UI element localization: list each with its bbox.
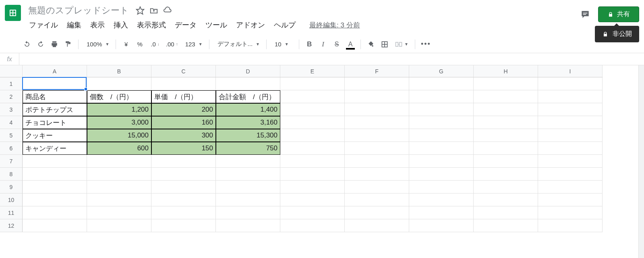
cell-B6[interactable]: 600 xyxy=(87,142,151,155)
cell[interactable] xyxy=(280,181,345,194)
menu-view[interactable]: 表示 xyxy=(87,19,108,31)
cell-I1[interactable] xyxy=(538,77,603,90)
font-dropdown[interactable]: デフォルト...▼ xyxy=(213,40,262,48)
cell-B2[interactable]: 個数 /（円） xyxy=(87,90,151,103)
col-header-D[interactable]: D xyxy=(216,65,280,77)
cell[interactable] xyxy=(23,168,87,181)
strikethrough-button[interactable]: S xyxy=(331,38,343,50)
cell[interactable] xyxy=(409,155,474,168)
cell-G5[interactable] xyxy=(409,129,474,142)
cell-C5[interactable]: 300 xyxy=(151,129,216,142)
cell-B5[interactable]: 15,000 xyxy=(87,129,151,142)
cell-A2[interactable]: 商品名 xyxy=(23,90,87,103)
move-icon[interactable] xyxy=(149,6,159,15)
cell-D3[interactable]: 1,400 xyxy=(216,103,280,116)
cell[interactable] xyxy=(23,206,87,219)
cell[interactable] xyxy=(538,168,603,181)
cell[interactable] xyxy=(151,194,216,206)
menu-insert[interactable]: 挿入 xyxy=(110,19,131,31)
cell-E5[interactable] xyxy=(280,129,345,142)
menu-file[interactable]: ファイル xyxy=(26,19,61,31)
col-header-E[interactable]: E xyxy=(280,65,345,77)
formula-input[interactable] xyxy=(19,53,644,65)
cell[interactable] xyxy=(538,155,603,168)
vertical-scrollbar[interactable] xyxy=(638,65,644,258)
cell[interactable] xyxy=(280,168,345,181)
cell[interactable] xyxy=(87,219,151,232)
cell-I3[interactable] xyxy=(538,103,603,116)
cell[interactable] xyxy=(216,194,280,206)
decrease-decimal-button[interactable]: .0↓ xyxy=(147,38,161,50)
cell[interactable] xyxy=(23,155,87,168)
cell[interactable] xyxy=(151,219,216,232)
cell[interactable] xyxy=(23,194,87,206)
cell-C1[interactable] xyxy=(151,77,216,90)
cell-D1[interactable] xyxy=(216,77,280,90)
cell-I2[interactable] xyxy=(538,90,603,103)
cell-C6[interactable]: 150 xyxy=(151,142,216,155)
cell[interactable] xyxy=(409,219,474,232)
menu-addons[interactable]: アドオン xyxy=(233,19,268,31)
cell-A1[interactable] xyxy=(23,77,87,90)
cell[interactable] xyxy=(151,206,216,219)
col-header-H[interactable]: H xyxy=(474,65,538,77)
cell[interactable] xyxy=(345,168,409,181)
cell-H5[interactable] xyxy=(474,129,538,142)
cell-D6[interactable]: 750 xyxy=(216,142,280,155)
share-button[interactable]: 共有 xyxy=(598,6,639,22)
cell-G6[interactable] xyxy=(409,142,474,155)
col-header-A[interactable]: A xyxy=(23,65,87,77)
cell[interactable] xyxy=(538,194,603,206)
cell-B1[interactable] xyxy=(87,77,151,90)
percent-button[interactable]: % xyxy=(134,38,146,50)
cell-G2[interactable] xyxy=(409,90,474,103)
row-header[interactable]: 4 xyxy=(0,116,23,129)
row-header[interactable]: 7 xyxy=(0,155,23,168)
star-icon[interactable] xyxy=(135,6,145,15)
fill-color-button[interactable] xyxy=(365,38,377,50)
cell[interactable] xyxy=(345,206,409,219)
cell-A6[interactable]: キャンディー xyxy=(23,142,87,155)
cell-A4[interactable]: チョコレート xyxy=(23,116,87,129)
cells-area[interactable]: 商品名 個数 /（円） 単価 /（円） 合計金額 /（円） ポテトチップス 1,… xyxy=(23,77,603,232)
cell[interactable] xyxy=(87,206,151,219)
cell[interactable] xyxy=(216,155,280,168)
cell-B3[interactable]: 1,200 xyxy=(87,103,151,116)
print-button[interactable] xyxy=(48,38,60,50)
cell-F2[interactable] xyxy=(345,90,409,103)
cell[interactable] xyxy=(151,181,216,194)
more-button[interactable]: ••• xyxy=(419,38,433,50)
cell[interactable] xyxy=(151,155,216,168)
row-header[interactable]: 12 xyxy=(0,219,23,232)
row-header[interactable]: 5 xyxy=(0,129,23,142)
menu-edit[interactable]: 編集 xyxy=(64,19,85,31)
row-header[interactable]: 2 xyxy=(0,90,23,103)
number-format-dropdown[interactable]: 123▼ xyxy=(181,41,205,48)
sheets-logo[interactable] xyxy=(5,5,21,21)
cell[interactable] xyxy=(474,181,538,194)
cell-E3[interactable] xyxy=(280,103,345,116)
cell-E4[interactable] xyxy=(280,116,345,129)
cell[interactable] xyxy=(87,168,151,181)
cell[interactable] xyxy=(216,219,280,232)
cell-F6[interactable] xyxy=(345,142,409,155)
cell-B4[interactable]: 3,000 xyxy=(87,116,151,129)
last-edit[interactable]: 最終編集: 3 分前 xyxy=(309,21,360,30)
row-header[interactable]: 9 xyxy=(0,181,23,194)
cell-A5[interactable]: クッキー xyxy=(23,129,87,142)
col-header-C[interactable]: C xyxy=(151,65,216,77)
cell-H4[interactable] xyxy=(474,116,538,129)
cell[interactable] xyxy=(87,181,151,194)
menu-tools[interactable]: ツール xyxy=(202,19,230,31)
cell[interactable] xyxy=(474,168,538,181)
cell-G4[interactable] xyxy=(409,116,474,129)
cell[interactable] xyxy=(151,168,216,181)
cell-D4[interactable]: 3,160 xyxy=(216,116,280,129)
cell[interactable] xyxy=(409,206,474,219)
cell[interactable] xyxy=(23,219,87,232)
cell-H2[interactable] xyxy=(474,90,538,103)
col-header-F[interactable]: F xyxy=(345,65,409,77)
borders-button[interactable] xyxy=(379,38,391,50)
cell[interactable] xyxy=(474,206,538,219)
merge-button[interactable]: ▼ xyxy=(392,40,411,48)
